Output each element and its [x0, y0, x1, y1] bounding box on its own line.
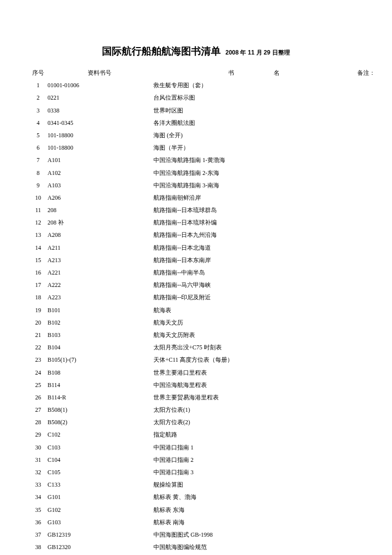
- header-code: 资料书号: [47, 67, 152, 79]
- cell-seq: 8: [30, 167, 47, 179]
- table-row: 25B114中国沿海航海里程表: [30, 379, 392, 391]
- cell-seq: 20: [30, 317, 47, 329]
- cell-note: [356, 192, 392, 204]
- table-row: 9A103中国沿海航路指南 3-南海: [30, 179, 392, 192]
- table-row: 5101-18800海图 (全开): [30, 129, 392, 142]
- cell-note: [356, 429, 392, 441]
- cell-note: [356, 529, 392, 541]
- cell-code: B101: [47, 304, 152, 317]
- cell-note: [356, 291, 392, 304]
- cell-note: [356, 179, 392, 192]
- table-row: 33C133舰操绘算图: [30, 479, 392, 491]
- cell-seq: 34: [30, 491, 47, 503]
- table-row: 38GB12320中国航海图编绘规范: [30, 541, 392, 554]
- cell-code: B114-R: [47, 391, 152, 404]
- table-row: 12208 补航路指南--日本琉球补编: [30, 217, 392, 229]
- cell-seq: 33: [30, 479, 47, 491]
- cell-code: 01001-01006: [47, 79, 152, 92]
- cell-code: G101: [47, 491, 152, 503]
- cell-note: [356, 491, 392, 503]
- table-row: 23B105(1)-(7)天体+C11 高度方位表（每册）: [30, 354, 392, 366]
- cell-seq: 26: [30, 391, 47, 404]
- cell-code: 208: [47, 204, 152, 217]
- cell-code: GB12319: [47, 529, 152, 541]
- cell-code: 101-18800: [47, 129, 152, 142]
- cell-note: [356, 541, 392, 554]
- cell-name: 中国航海图编绘规范: [152, 541, 356, 554]
- cell-name: 台风位置标示图: [152, 92, 356, 104]
- cell-seq: 1: [30, 79, 47, 92]
- table-row: 26B114-R世界主要贸易海港里程表: [30, 391, 392, 404]
- table-row: 15A213航路指南--日本东南岸: [30, 254, 392, 267]
- cell-code: C104: [47, 454, 152, 466]
- cell-seq: 36: [30, 516, 47, 529]
- table-row: 101001-01006救生艇专用图（套）: [30, 79, 392, 92]
- cell-seq: 35: [30, 504, 47, 516]
- cell-name: 救生艇专用图（套）: [152, 79, 356, 92]
- table-row: 31C104中国港口指南 2: [30, 454, 392, 466]
- cell-name: 航标表 东海: [152, 504, 356, 516]
- cell-name: 世界主要贸易海港里程表: [152, 391, 356, 404]
- cell-note: [356, 242, 392, 254]
- cell-code: A222: [47, 279, 152, 291]
- cell-seq: 27: [30, 404, 47, 416]
- cell-note: [356, 516, 392, 529]
- cell-seq: 11: [30, 204, 47, 217]
- cell-name: 太阳方位表(2): [152, 416, 356, 429]
- cell-note: [356, 129, 392, 142]
- table-row: 29C102指定航路: [30, 429, 392, 441]
- cell-seq: 19: [30, 304, 47, 317]
- cell-code: B508(2): [47, 416, 152, 429]
- cell-code: A101: [47, 154, 152, 166]
- header-seq: 序号: [30, 67, 47, 79]
- cell-note: [356, 341, 392, 354]
- cell-note: [356, 391, 392, 404]
- cell-note: [356, 416, 392, 429]
- cell-note: [356, 317, 392, 329]
- cell-seq: 30: [30, 442, 47, 454]
- cell-name: 海图 (全开): [152, 129, 356, 142]
- table-row: 17A222航路指南--马六甲海峡: [30, 279, 392, 291]
- cell-name: 中国港口指南 2: [152, 454, 356, 466]
- cell-name: 航标表 黄、渤海: [152, 491, 356, 503]
- table-row: 14A211航路指南--日本北海道: [30, 242, 392, 254]
- cell-name: 中国沿海航路指南 2-东海: [152, 167, 356, 179]
- table-row: 22B104太阳月亮出没+C75 时刻表: [30, 341, 392, 354]
- cell-seq: 7: [30, 154, 47, 166]
- cell-code: C105: [47, 466, 152, 479]
- cell-name: 中国沿海航路指南 1-黄渤海: [152, 154, 356, 166]
- table-row: 13A208航路指南--日本九州沿海: [30, 229, 392, 241]
- cell-seq: 18: [30, 291, 47, 304]
- cell-code: B103: [47, 329, 152, 341]
- cell-seq: 24: [30, 367, 47, 379]
- cell-name: 指定航路: [152, 429, 356, 441]
- cell-note: [356, 479, 392, 491]
- cell-note: [356, 367, 392, 379]
- cell-code: A223: [47, 291, 152, 304]
- cell-name: 航路指南朝鲜沿岸: [152, 192, 356, 204]
- cell-note: [356, 442, 392, 454]
- cell-name: 航海天文历附表: [152, 329, 356, 341]
- cell-note: [356, 404, 392, 416]
- table-row: 11208航路指南--日本琉球群岛: [30, 204, 392, 217]
- cell-seq: 25: [30, 379, 47, 391]
- cell-seq: 21: [30, 329, 47, 341]
- cell-code: A208: [47, 229, 152, 241]
- cell-note: [356, 254, 392, 267]
- cell-name: 海图（半开）: [152, 142, 356, 154]
- cell-code: C133: [47, 479, 152, 491]
- table-row: 16A221航路指南--中南半岛: [30, 267, 392, 279]
- table-row: 20B102航海天文历: [30, 317, 392, 329]
- cell-name: 各洋大圈航法图: [152, 117, 356, 129]
- cell-name: 中国沿海航路指南 3-南海: [152, 179, 356, 192]
- page-subtitle: 2008 年 11 月 29 日整理: [225, 49, 290, 56]
- cell-name: 航海表: [152, 304, 356, 317]
- cell-code: A102: [47, 167, 152, 179]
- cell-name: 航路指南--日本琉球群岛: [152, 204, 356, 217]
- cell-seq: 17: [30, 279, 47, 291]
- cell-name: 天体+C11 高度方位表（每册）: [152, 354, 356, 366]
- table-row: 8A102中国沿海航路指南 2-东海: [30, 167, 392, 179]
- cell-code: A211: [47, 242, 152, 254]
- cell-note: [356, 304, 392, 317]
- cell-code: C102: [47, 429, 152, 441]
